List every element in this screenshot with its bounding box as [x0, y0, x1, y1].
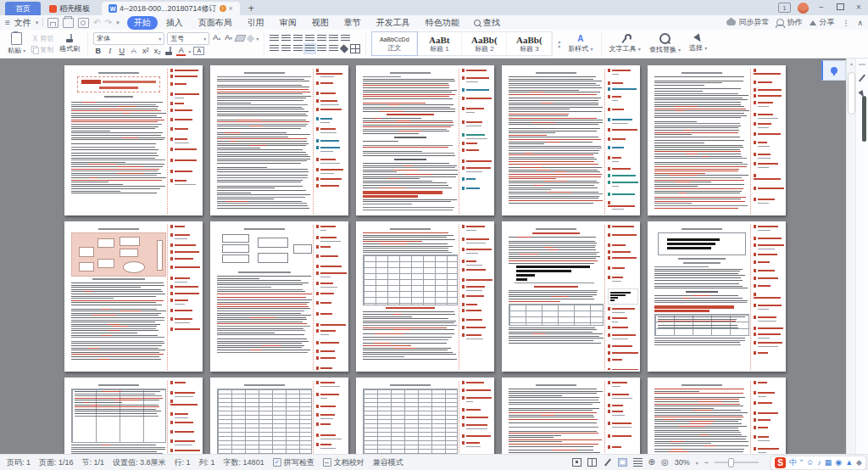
page-thumbnail-9[interactable] [502, 221, 640, 372]
ime-icon-0[interactable]: 中 [789, 457, 797, 468]
read-mode-icon[interactable] [618, 458, 627, 467]
select-button[interactable]: 选择 ▾ [687, 35, 709, 53]
menu-tab-8[interactable]: 特色功能 [419, 16, 466, 30]
ime-icon-4[interactable]: ▦ [825, 457, 832, 468]
save-icon[interactable] [47, 18, 58, 28]
strip-handle[interactable] [859, 64, 865, 65]
style-tile-1[interactable]: AaBt标题 1 [417, 32, 462, 55]
tab-close-icon[interactable]: × [229, 4, 233, 13]
maximize-button[interactable] [834, 3, 846, 12]
align-justify-icon[interactable] [305, 45, 314, 53]
cut-button[interactable]: 剪切 [31, 34, 53, 43]
collapse-ribbon-icon[interactable]: ∧ [857, 19, 863, 27]
page-thumbnail-12[interactable] [210, 378, 348, 454]
scrollbar-thumb-light[interactable] [848, 72, 855, 115]
page-thumbnail-3[interactable] [356, 65, 494, 215]
clear-format-icon[interactable] [235, 35, 247, 42]
align-center-icon[interactable] [281, 45, 291, 53]
menu-tab-4[interactable]: 审阅 [273, 16, 303, 30]
tab-docer[interactable]: 稻壳模板 [42, 2, 97, 15]
close-button[interactable]: × [853, 3, 865, 12]
zoom-level[interactable]: 30% [675, 458, 690, 467]
style-tile-2[interactable]: AaBb(标题 2 [462, 32, 507, 55]
hamburger-menu-icon[interactable]: ≡ [5, 18, 10, 27]
cooperate-button[interactable]: 协作 [776, 17, 802, 28]
sync-status[interactable]: 同步异常 [726, 17, 769, 28]
new-style-button[interactable]: A 新样式 ▾ [565, 34, 595, 53]
page-thumbnail-10[interactable] [648, 221, 786, 372]
find-menu[interactable]: 查找 [474, 17, 500, 29]
font-size-select[interactable]: 五号 ▾ [167, 32, 209, 45]
format-painter-button[interactable]: 格式刷 [57, 34, 82, 53]
font-color-button[interactable]: A [176, 47, 186, 56]
bullet-list-icon[interactable] [270, 35, 279, 42]
ime-icon-3[interactable]: ♪ [817, 457, 821, 468]
show-marks-icon[interactable] [341, 35, 350, 42]
bold-button[interactable]: B [93, 47, 103, 56]
new-tab-button[interactable]: + [240, 2, 263, 15]
menu-tab-3[interactable]: 引用 [241, 16, 271, 30]
superscript-button[interactable]: x² [141, 47, 150, 56]
shading-icon[interactable] [340, 44, 349, 53]
text-direction-icon[interactable] [317, 35, 326, 42]
ime-icon-1[interactable]: ” [800, 457, 803, 468]
paragraph-layout-icon[interactable] [329, 35, 338, 42]
page-thumbnail-4[interactable] [502, 65, 640, 215]
workspace-badge[interactable]: 1 [778, 3, 791, 13]
file-menu[interactable]: 文件 [14, 17, 31, 29]
style-gallery-scroll[interactable]: ▴ ▾ [556, 39, 562, 49]
character-border-button[interactable]: A [193, 47, 204, 55]
subscript-button[interactable]: x₂ [153, 47, 162, 56]
numbered-list-icon[interactable] [281, 35, 291, 42]
zoom-out-button[interactable]: − [704, 458, 709, 467]
font-name-select[interactable]: 宋体 ▾ [93, 32, 164, 45]
print-icon[interactable] [63, 18, 74, 28]
page-thumbnail-7[interactable] [210, 221, 348, 372]
ime-icon-6[interactable]: ▲ [845, 457, 853, 468]
menu-tab-7[interactable]: 开发工具 [370, 16, 417, 30]
page-view-icon[interactable] [587, 458, 597, 467]
menu-tab-0[interactable]: 开始 [127, 16, 158, 30]
minimize-button[interactable]: − [815, 3, 827, 12]
page-thumbnail-1[interactable] [64, 65, 203, 215]
page-thumbnail-8[interactable] [356, 221, 494, 372]
location-pin-button[interactable] [821, 60, 846, 81]
paste-button[interactable]: 粘贴 ▾ [5, 32, 28, 55]
redo-icon[interactable]: ↷ [105, 18, 112, 27]
share-button[interactable]: 分享 [810, 17, 834, 28]
quickbar-caret-icon[interactable]: ▾ [116, 20, 120, 26]
page-thumbnail-11[interactable] [64, 378, 203, 454]
highlight-icon[interactable] [164, 47, 174, 56]
doc-proof-button[interactable]: 文档校对 [323, 457, 364, 468]
page-thumbnail-15[interactable] [648, 378, 786, 454]
style-tile-0[interactable]: AaBbCcDd正文 [372, 32, 417, 55]
align-distribute-icon[interactable] [317, 45, 326, 53]
ime-logo-icon[interactable]: S [775, 457, 786, 468]
menu-tab-6[interactable]: 章节 [337, 16, 368, 30]
find-replace-button[interactable]: 查找替换 ▾ [647, 33, 683, 54]
web-view-icon[interactable]: ⊕ [648, 458, 655, 467]
line-spacing-icon[interactable] [329, 45, 338, 53]
zoom-slider-thumb[interactable] [728, 458, 734, 467]
print-preview-icon[interactable] [78, 18, 89, 28]
align-right-icon[interactable] [293, 45, 303, 53]
ime-toolbar[interactable]: S 中”☺♪▦◉▲◆ [771, 456, 866, 470]
user-avatar[interactable] [798, 3, 809, 14]
fullscreen-view-icon[interactable] [572, 458, 581, 467]
grow-font-button[interactable]: A▴ [212, 33, 221, 43]
underline-button[interactable]: U [117, 47, 126, 56]
outline-view-icon[interactable] [633, 458, 643, 467]
style-tile-3[interactable]: AaBb(标题 3 [507, 32, 552, 55]
document-canvas[interactable]: ▴ [0, 59, 868, 454]
text-tool-button[interactable]: 文字工具 ▾ [607, 34, 643, 53]
ink-view-icon[interactable] [603, 458, 612, 467]
gallery-down-icon[interactable]: ▾ [558, 44, 560, 49]
strikethrough-button[interactable]: A [129, 47, 138, 56]
italic-button[interactable]: I [105, 47, 114, 56]
more-icon[interactable]: ⋮ [842, 19, 849, 27]
page-thumbnail-6[interactable] [64, 221, 203, 372]
menu-tab-1[interactable]: 插入 [159, 16, 190, 30]
ime-icon-5[interactable]: ◉ [835, 457, 842, 468]
page-thumbnail-14[interactable] [502, 378, 640, 454]
tab-home[interactable]: 首页 [5, 2, 41, 15]
